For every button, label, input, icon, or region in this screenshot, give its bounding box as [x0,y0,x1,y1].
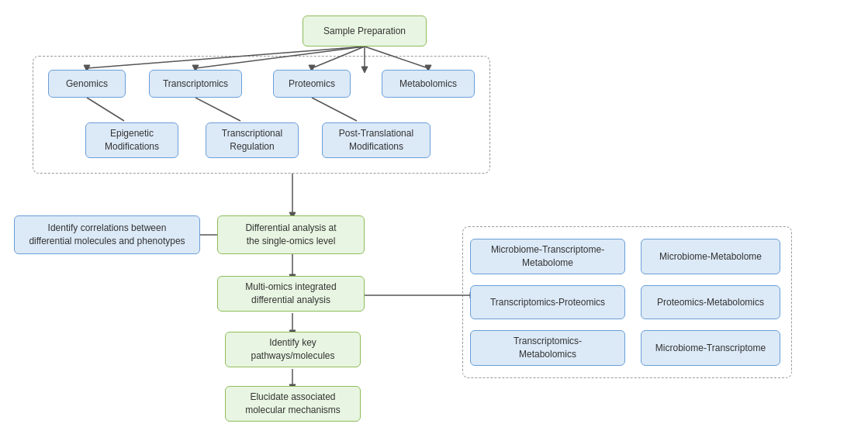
identify-correlations-box: Identify correlations between differenti… [14,215,200,254]
diagram-container: Sample Preparation Genomics Transcriptom… [0,0,868,434]
post-translational-box: Post-Translational Modifications [322,122,431,158]
identify-key-box: Identify key pathways/molecules [225,332,361,367]
multi-omics-box: Multi-omics integrated differential anal… [217,276,365,312]
differential-analysis-box: Differential analysis at the single-omic… [217,215,365,254]
epigenetic-box: Epigenetic Modifications [85,122,178,158]
sample-preparation-box: Sample Preparation [303,16,427,46]
metabolomics-box: Metabolomics [382,70,475,98]
microbiome-metabolome-box: Microbiome-Metabolome [641,239,780,274]
proteomics-box: Proteomics [273,70,351,98]
transcriptomics-box: Transcriptomics [149,70,242,98]
microbiome-transcriptome-box: Microbiome-Transcriptome [641,330,780,366]
elucidate-box: Elucidate associated molecular mechanism… [225,386,361,422]
proteomics-metabolomics-box: Proteomics-Metabolomics [641,285,780,319]
transcriptomics-proteomics-box: Transcriptomics-Proteomics [470,285,625,319]
transcriptomics-metabolomics-box: Transcriptomics- Metabolomics [470,330,625,366]
genomics-box: Genomics [48,70,126,98]
microbiome-transcriptome-metabolome-box: Microbiome-Transcriptome- Metabolome [470,239,625,274]
transcriptional-box: Transcriptional Regulation [206,122,299,158]
